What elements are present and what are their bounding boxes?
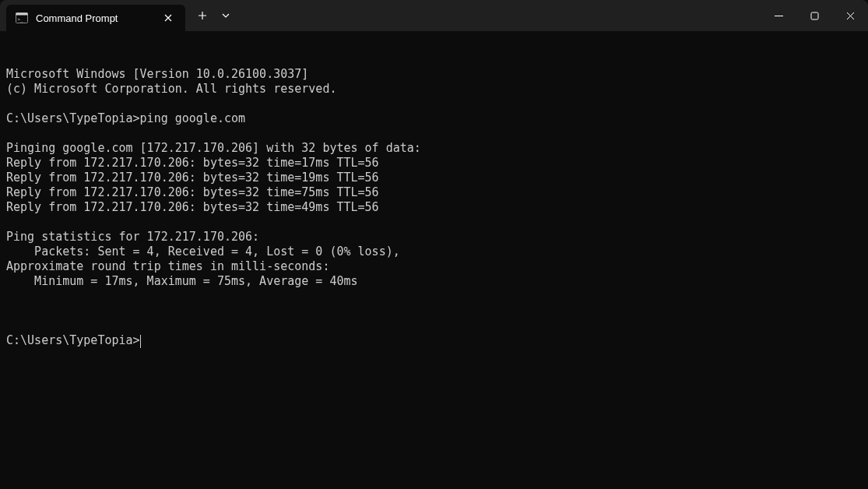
- svg-rect-1: [16, 13, 28, 16]
- cmd-icon: >_: [16, 12, 28, 24]
- svg-text:>_: >_: [18, 16, 24, 23]
- terminal-line: Reply from 172.217.170.206: bytes=32 tim…: [6, 156, 862, 171]
- terminal-line: Packets: Sent = 4, Received = 4, Lost = …: [6, 244, 862, 259]
- tab-dropdown-button[interactable]: [215, 3, 237, 28]
- terminal-line: Pinging google.com [172.217.170.206] wit…: [6, 141, 862, 156]
- terminal-line: [6, 126, 862, 141]
- minimize-button[interactable]: [761, 0, 796, 31]
- terminal-line: C:\Users\TypeTopia>ping google.com: [6, 111, 862, 126]
- cursor: [140, 335, 142, 348]
- terminal-line: Microsoft Windows [Version 10.0.26100.30…: [6, 67, 862, 82]
- maximize-button[interactable]: [796, 0, 832, 31]
- terminal-line: [6, 289, 862, 304]
- terminal-line: Ping statistics for 172.217.170.206:: [6, 230, 862, 244]
- terminal-line: [6, 215, 862, 230]
- terminal-line: Reply from 172.217.170.206: bytes=32 tim…: [6, 185, 862, 200]
- tab-title: Command Prompt: [36, 12, 154, 24]
- window-controls: [761, 0, 868, 31]
- close-window-button[interactable]: [832, 0, 868, 31]
- terminal-line: Minimum = 17ms, Maximum = 75ms, Average …: [6, 274, 862, 289]
- terminal-line: [6, 97, 862, 111]
- terminal-line: Approximate round trip times in milli-se…: [6, 259, 862, 274]
- new-tab-button[interactable]: [190, 3, 215, 28]
- prompt: C:\Users\TypeTopia>: [6, 333, 140, 347]
- terminal-line: Reply from 172.217.170.206: bytes=32 tim…: [6, 200, 862, 215]
- close-tab-button[interactable]: [160, 10, 176, 26]
- terminal-line: (c) Microsoft Corporation. All rights re…: [6, 82, 862, 97]
- svg-rect-3: [811, 12, 818, 19]
- terminal-line: Reply from 172.217.170.206: bytes=32 tim…: [6, 171, 862, 185]
- tab-command-prompt[interactable]: >_ Command Prompt: [6, 5, 185, 31]
- terminal-output[interactable]: Microsoft Windows [Version 10.0.26100.30…: [0, 31, 868, 369]
- titlebar: >_ Command Prompt: [0, 0, 868, 31]
